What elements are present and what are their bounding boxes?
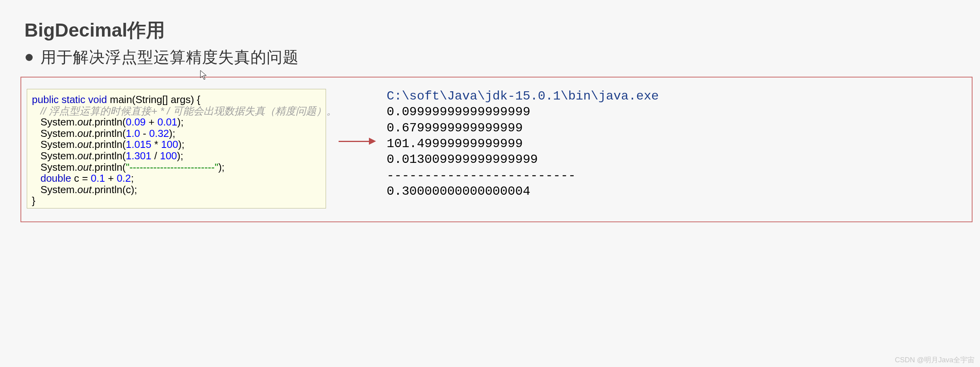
code-call-end: ); (178, 138, 185, 150)
code-keyword: double (41, 172, 71, 184)
code-call-end: ); (169, 127, 175, 139)
console-line: 0.09999999999999999 (387, 105, 530, 119)
code-call-end: ); (177, 150, 183, 162)
code-sys: System. (41, 150, 78, 162)
code-number: 0.09 (126, 116, 146, 128)
console-line: 0.6799999999999999 (387, 121, 523, 135)
code-block: public static void main(String[] args) {… (27, 89, 326, 208)
code-out: out (78, 127, 92, 139)
code-text: c = (71, 172, 91, 184)
code-op: * (152, 138, 161, 150)
code-out: out (78, 161, 92, 173)
code-keyword: public static void (32, 94, 107, 105)
code-call: .println( (92, 127, 126, 139)
page-title: BigDecimal作用 (24, 18, 165, 43)
code-out: out (78, 116, 92, 128)
code-call: .println( (92, 161, 126, 173)
code-call: .println( (92, 116, 126, 128)
code-call: .println( (92, 150, 126, 162)
code-op: - (140, 127, 149, 139)
code-sys: System. (41, 161, 78, 173)
code-comment: // 浮点型运算的时候直接+ * / 可能会出现数据失真（精度问题）。 (41, 105, 337, 117)
code-sys: System. (41, 116, 78, 128)
code-number: 0.32 (149, 127, 169, 139)
code-text: ; (131, 172, 134, 184)
code-op: / (152, 150, 160, 162)
bullet-item: 用于解决浮点型运算精度失真的问题 (26, 46, 299, 68)
code-number: 1.301 (126, 150, 151, 162)
code-number: 100 (160, 150, 177, 162)
code-number: 0.2 (117, 172, 131, 184)
code-args: (String[] args) { (132, 94, 200, 105)
code-number: 0.1 (91, 172, 105, 184)
console-output: C:\soft\Java\jdk-15.0.1\bin\java.exe 0.0… (387, 89, 659, 199)
code-call: .println(c); (92, 184, 137, 195)
bullet-text: 用于解决浮点型运算精度失真的问题 (41, 46, 299, 68)
console-line: 0.013009999999999999 (387, 152, 538, 167)
code-number: 100 (161, 138, 178, 150)
bullet-dot-icon (26, 54, 33, 61)
code-number: 1.015 (126, 138, 151, 150)
code-method-name: main (110, 94, 132, 105)
code-out: out (78, 138, 92, 150)
code-number: 1.0 (126, 127, 140, 139)
code-op: + (146, 116, 157, 128)
console-path: C:\soft\Java\jdk-15.0.1\bin\java.exe (387, 89, 659, 103)
code-out: out (78, 184, 92, 195)
code-call: .println( (92, 138, 126, 150)
code-sys: System. (41, 184, 78, 195)
watermark: CSDN @明月Java全宇宙 (895, 355, 974, 365)
code-call-end: ); (177, 116, 183, 128)
code-sys: System. (41, 138, 78, 150)
code-call-end: ); (218, 161, 224, 173)
code-op: + (105, 172, 117, 184)
code-out: out (78, 150, 92, 162)
console-line: 0.30000000000000004 (387, 184, 530, 199)
code-number: 0.01 (157, 116, 178, 128)
code-close-brace: } (32, 195, 35, 207)
console-line: ------------------------- (387, 168, 576, 183)
code-string: "-------------------------" (126, 161, 218, 173)
console-line: 101.49999999999999 (387, 136, 523, 151)
code-sys: System. (41, 127, 78, 139)
